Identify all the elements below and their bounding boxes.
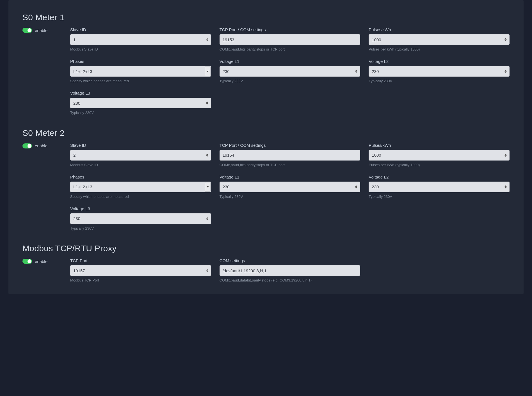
field-label: COM settings xyxy=(220,258,360,263)
field-slave-id: Slave ID Modbus Slave ID xyxy=(70,143,211,168)
section-title: S0 Meter 2 xyxy=(22,128,510,138)
help-text: Pulses per kWh (typically 1000) xyxy=(369,162,510,168)
field-phases: Phases Specify which phases are measured xyxy=(70,175,211,199)
field-label: Voltage L3 xyxy=(70,91,211,95)
slave-id-input[interactable] xyxy=(70,150,211,161)
input-wrap xyxy=(220,66,360,77)
enable-label: enable xyxy=(35,28,47,33)
help-text: Typically 230V xyxy=(369,79,510,84)
tcp-port-input[interactable] xyxy=(70,265,211,276)
section-body: enable Slave ID Modbus Slave ID TCP Port… xyxy=(22,27,510,116)
field-voltage-l1: Voltage L1 Typically 230V xyxy=(220,59,360,84)
help-text: Modbus Slave ID xyxy=(70,162,211,168)
voltage-l3-input[interactable] xyxy=(70,213,211,224)
field-voltage-l1: Voltage L1 Typically 230V xyxy=(220,175,360,199)
pulses-input[interactable] xyxy=(369,34,510,45)
input-wrap xyxy=(70,265,211,276)
field-label: TCP Port xyxy=(70,258,211,263)
section-s0-meter-2: S0 Meter 2 enable Slave ID Modbus Slave … xyxy=(22,128,510,231)
input-wrap xyxy=(220,34,360,45)
com-settings-input[interactable] xyxy=(220,265,360,276)
field-voltage-l2: Voltage L2 Typically 230V xyxy=(369,59,510,84)
field-label: Voltage L2 xyxy=(369,175,510,179)
field-label: Voltage L2 xyxy=(369,59,510,64)
field-tcp-port: TCP Port Modbus TCP Port xyxy=(70,258,211,283)
field-label: Pulses/kWh xyxy=(369,143,510,148)
enable-label: enable xyxy=(35,143,47,148)
help-text: Typically 230V xyxy=(220,194,360,199)
input-wrap xyxy=(220,182,360,192)
field-tcp-port: TCP Port / COM settings COMx,baud,bits,p… xyxy=(220,27,360,52)
help-text: Specify which phases are measured xyxy=(70,79,211,84)
tcp-port-input[interactable] xyxy=(220,34,360,45)
pulses-input[interactable] xyxy=(369,150,510,161)
voltage-l2-input[interactable] xyxy=(369,182,510,192)
section-body: enable TCP Port Modbus TCP Port COM sett… xyxy=(22,258,510,283)
enable-toggle[interactable] xyxy=(22,143,32,148)
field-label: Pulses/kWh xyxy=(369,27,510,32)
voltage-l3-input[interactable] xyxy=(70,98,211,108)
voltage-l1-input[interactable] xyxy=(220,66,360,77)
help-text: Typically 230V xyxy=(369,194,510,199)
input-wrap xyxy=(220,150,360,161)
input-wrap xyxy=(369,150,510,161)
input-wrap xyxy=(220,265,360,276)
field-label: Phases xyxy=(70,175,211,179)
input-wrap xyxy=(369,66,510,77)
field-label: TCP Port / COM settings xyxy=(220,143,360,148)
settings-card: S0 Meter 1 enable Slave ID Modbus Slave … xyxy=(8,0,524,294)
enable-toggle[interactable] xyxy=(22,28,32,33)
help-text: Typically 230V xyxy=(70,226,211,231)
field-slave-id: Slave ID Modbus Slave ID xyxy=(70,27,211,52)
slave-id-input[interactable] xyxy=(70,34,211,45)
help-text: Modbus TCP Port xyxy=(70,278,211,283)
fields-grid: Slave ID Modbus Slave ID TCP Port / COM … xyxy=(70,143,510,231)
field-tcp-port: TCP Port / COM settings COMx,baud,bits,p… xyxy=(220,143,360,168)
input-wrap xyxy=(70,98,211,108)
phases-select[interactable] xyxy=(70,182,211,192)
field-pulses: Pulses/kWh Pulses per kWh (typically 100… xyxy=(369,143,510,168)
help-text: COMx,baud,bits,parity,stops or TCP port xyxy=(220,47,360,52)
input-wrap xyxy=(70,66,211,77)
field-phases: Phases Specify which phases are measured xyxy=(70,59,211,84)
enable-group: enable xyxy=(22,27,65,33)
field-label: Voltage L1 xyxy=(220,175,360,179)
help-text: Pulses per kWh (typically 1000) xyxy=(369,47,510,52)
field-pulses: Pulses/kWh Pulses per kWh (typically 100… xyxy=(369,27,510,52)
field-voltage-l3: Voltage L3 Typically 230V xyxy=(70,91,211,115)
field-label: Voltage L1 xyxy=(220,59,360,64)
enable-toggle[interactable] xyxy=(22,259,32,264)
input-wrap xyxy=(369,182,510,192)
field-label: Voltage L3 xyxy=(70,206,211,211)
section-modbus-proxy: Modbus TCP/RTU Proxy enable TCP Port Mod… xyxy=(22,244,510,283)
field-label: Slave ID xyxy=(70,143,211,148)
input-wrap xyxy=(70,34,211,45)
field-label: TCP Port / COM settings xyxy=(220,27,360,32)
help-text: Modbus Slave ID xyxy=(70,47,211,52)
section-title: Modbus TCP/RTU Proxy xyxy=(22,244,510,253)
enable-group: enable xyxy=(22,258,65,264)
field-com-settings: COM settings COMx,baud,databit,parity,st… xyxy=(220,258,360,283)
input-wrap xyxy=(70,182,211,192)
field-voltage-l2: Voltage L2 Typically 230V xyxy=(369,175,510,199)
help-text: Specify which phases are measured xyxy=(70,194,211,199)
input-wrap xyxy=(70,213,211,224)
fields-grid: TCP Port Modbus TCP Port COM settings CO… xyxy=(70,258,510,283)
section-s0-meter-1: S0 Meter 1 enable Slave ID Modbus Slave … xyxy=(22,13,510,116)
voltage-l1-input[interactable] xyxy=(220,182,360,192)
help-text: Typically 230V xyxy=(70,110,211,115)
section-title: S0 Meter 1 xyxy=(22,13,510,22)
help-text: COMx,baud,databit,parity,stops (e.g. COM… xyxy=(220,278,360,283)
fields-grid: Slave ID Modbus Slave ID TCP Port / COM … xyxy=(70,27,510,116)
field-voltage-l3: Voltage L3 Typically 230V xyxy=(70,206,211,231)
input-wrap xyxy=(369,34,510,45)
section-body: enable Slave ID Modbus Slave ID TCP Port… xyxy=(22,143,510,231)
help-text: COMx,baud,bits,parity,stops or TCP port xyxy=(220,162,360,168)
input-wrap xyxy=(70,150,211,161)
phases-select[interactable] xyxy=(70,66,211,77)
tcp-port-input[interactable] xyxy=(220,150,360,161)
voltage-l2-input[interactable] xyxy=(369,66,510,77)
enable-group: enable xyxy=(22,143,65,148)
field-label: Slave ID xyxy=(70,27,211,32)
field-label: Phases xyxy=(70,59,211,64)
